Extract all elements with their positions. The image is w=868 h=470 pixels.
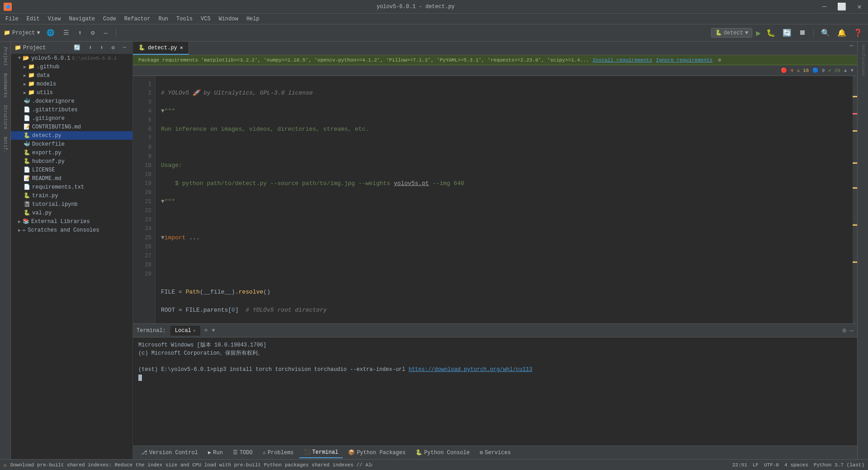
notification-button[interactable]: 🔔 [835,28,848,38]
tree-hubconf-py[interactable]: 🐍 hubconf.py [11,157,132,166]
status-python-ver[interactable]: Python 3.7 (last) [814,462,864,468]
code-line-9: ▼import ... [161,233,847,242]
search-button[interactable]: 🔍 [819,28,832,38]
tree-utils[interactable]: ▶ 📁 utils [11,88,132,97]
utils-arrow: ▶ [24,90,26,95]
code-editor[interactable]: # YOLOv5 🚀 by Ultralytics, GPL-3.0 licen… [156,76,853,323]
code-line-18 [161,270,847,279]
tree-train-py[interactable]: 🐍 train.py [11,191,132,200]
menu-run[interactable]: Run [155,15,172,23]
status-lf[interactable]: LF [753,462,759,468]
menu-file[interactable]: File [2,15,22,23]
menu-vcs[interactable]: VCS [197,15,214,23]
tree-detect-py[interactable]: 🐍 detect.py [11,131,132,140]
code-line-20: ROOT = FILE.parents[0] # YOLOv5 root dir… [161,306,847,315]
tree-requirements[interactable]: 📄 requirements.txt [11,183,132,191]
pytorch-download-link[interactable]: https://download.pytorch.org/whl/cu113 [409,366,533,373]
run-button[interactable]: ▶ [756,28,761,38]
tree-val-py[interactable]: 🐍 val.py [11,209,132,217]
tab-problems[interactable]: ⚠ Problems [258,447,298,458]
terminal-content[interactable]: Microsoft Windows [版本 10.0.19043.1706] (… [133,337,857,446]
terminal-tab-chevron[interactable]: ▼ [212,328,215,334]
menu-refactor[interactable]: Refactor [121,15,154,23]
tab-run[interactable]: ▶ Run [203,447,227,458]
tab-version-control[interactable]: ⎇ Version Control [137,447,203,458]
status-line-col[interactable]: 22:51 [732,462,747,468]
project-selector[interactable]: 📁 Project ▼ [4,29,40,36]
minus-icon[interactable]: — [101,28,110,38]
tree-models[interactable]: ▶ 📁 models [11,80,132,88]
utils-label: utils [37,90,53,96]
status-warning-text[interactable]: Download pre-built shared indexes: Reduc… [10,462,372,468]
menu-help[interactable]: Help [243,15,263,23]
debug-button[interactable]: 🐛 [764,28,777,38]
project-close-icon[interactable]: — [120,43,129,52]
terminal-cursor [138,375,142,381]
tab-services[interactable]: ⚙ Services [475,447,515,458]
menu-code[interactable]: Code [99,15,120,23]
tree-license[interactable]: 📄 LICENSE [11,166,132,174]
project-expand-icon[interactable]: ⬆ [97,43,106,52]
minimize-button[interactable]: — [820,2,830,12]
terminal-add-tab[interactable]: + [202,327,210,335]
tree-gitattributes[interactable]: 📄 .gitattributes [11,105,132,114]
terminal-tab-local[interactable]: Local ✕ [170,326,200,336]
menu-edit[interactable]: Edit [23,15,43,23]
scroll-up-icon[interactable]: ▲ [844,68,847,73]
navigate-icon[interactable]: 🌐 [44,28,57,38]
tree-external-libraries[interactable]: ▶ 📚 External Libraries [11,217,132,226]
project-sync-icon[interactable]: 🔄 [71,43,83,52]
structure-tab-icon[interactable]: Structure [2,101,9,133]
terminal-minimize-icon[interactable]: — [850,327,854,334]
install-requirements-link[interactable]: Install requirements [593,57,652,63]
bookmarks-tab-icon[interactable]: Bookmarks [2,70,9,101]
project-settings-icon[interactable]: ⚙ [109,43,118,52]
terminal-settings-icon[interactable]: ⚙ [842,327,846,334]
menu-window[interactable]: Window [215,15,242,23]
run-config-selector[interactable]: 🐍 detect ▼ [711,28,752,38]
tree-readme[interactable]: 📝 README.md [11,174,132,183]
tab-run-label: Run [213,450,223,456]
menu-view[interactable]: View [44,15,65,23]
menu-tools[interactable]: Tools [173,15,196,23]
tree-tutorial-ipynb[interactable]: 📓 tutorial.ipynb [11,200,132,209]
file-tab-detect-py[interactable]: 🐍 detect.py ✕ [133,42,189,55]
status-indent[interactable]: 4 spaces [784,462,808,468]
tree-root[interactable]: ▼ 📂 yolov5-6.0.1 E:\yolov5-6.0.1 [11,54,132,62]
ignore-requirements-link[interactable]: Ignore requirements [656,57,712,63]
menu-navigate[interactable]: Navigate [65,15,99,23]
settings-icon[interactable]: ⚙ [88,28,97,38]
project-header-icon: 📁 [14,44,21,51]
notifications-sidebar-label[interactable]: Notifications [860,42,866,79]
close-button[interactable]: ✕ [854,1,864,12]
notifications-tab-icon[interactable]: Notif. [2,133,9,157]
file-tab-close-icon[interactable]: ✕ [180,44,183,51]
tab-todo[interactable]: ☰ TODO [228,447,257,458]
notification-settings-icon[interactable]: ⚙ [718,57,721,63]
tree-contributing[interactable]: 📝 CONTRIBUTING.md [11,123,132,131]
status-encoding[interactable]: UTF-8 [764,462,779,468]
models-folder-icon: 📁 [28,81,35,87]
scroll-down-icon[interactable]: ▼ [850,68,854,73]
tree-github[interactable]: ▶ 📁 .github [11,62,132,71]
project-collapse-icon[interactable]: ⬇ [86,43,94,52]
tree-scratches[interactable]: ▶ ✏ Scratches and Consoles [11,226,132,234]
tree-icon[interactable]: ☰ [61,28,72,38]
terminal-tab-close[interactable]: ✕ [193,328,196,333]
tab-terminal[interactable]: ⬛ Terminal [299,447,343,458]
reload-button[interactable]: 🔄 [781,28,793,38]
stop-button[interactable]: ⏹ [797,28,808,38]
tree-dockerignore[interactable]: 🐳 .dockerignore [11,97,132,105]
tab-python-console[interactable]: 🐍 Python Console [411,447,474,458]
tree-dockerfile[interactable]: 🐳 Dockerfile [11,140,132,148]
file-tab-more[interactable]: ⋯ [846,42,857,55]
tree-data[interactable]: ▶ 📁 data [11,71,132,80]
maximize-button[interactable]: ⬜ [835,1,849,12]
help-button[interactable]: ❓ [852,28,864,38]
project-tab-icon[interactable]: Project [2,43,9,70]
tree-export-py[interactable]: 🐍 export.py [11,148,132,157]
gitignore-icon: 📄 [24,115,30,122]
tab-python-packages[interactable]: 📦 Python Packages [344,447,410,458]
collapse-icon[interactable]: ⬆ [75,28,85,38]
tree-gitignore[interactable]: 📄 .gitignore [11,114,132,123]
